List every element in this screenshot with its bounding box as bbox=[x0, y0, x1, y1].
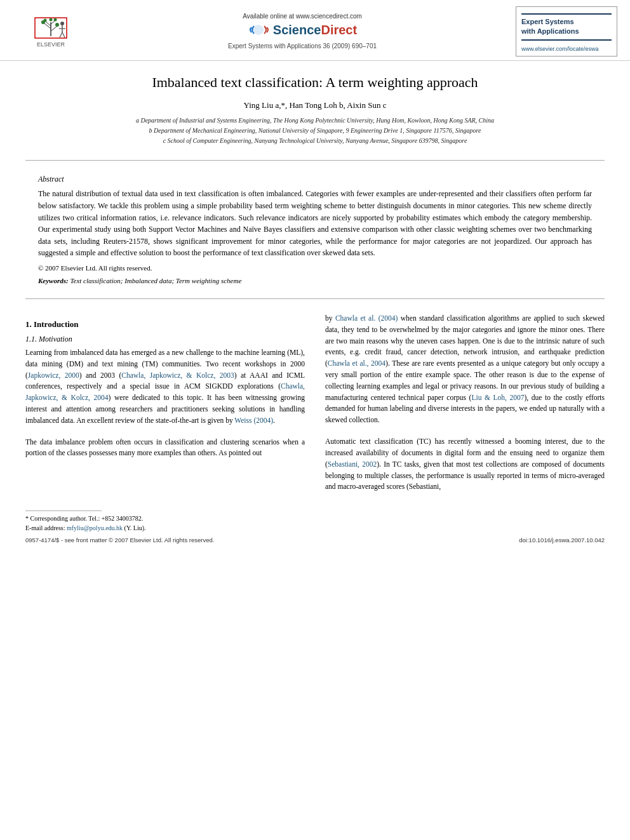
keywords-line: Keywords: Text classification; Imbalance… bbox=[38, 277, 592, 284]
page-header: ELSEVIER Available online at www.science… bbox=[0, 0, 630, 61]
elsevier-logo-area: ELSEVIER bbox=[13, 14, 89, 49]
elsevier-wordmark: ELSEVIER bbox=[37, 41, 65, 48]
affiliation-c: c School of Computer Engineering, Nanyan… bbox=[38, 136, 592, 146]
footnote-corresponding: * Corresponding author. Tel.: +852 34003… bbox=[25, 514, 605, 523]
footnotes-container: * Corresponding author. Tel.: +852 34003… bbox=[0, 510, 630, 533]
article-authors: Ying Liu a,*, Han Tong Loh b, Aixin Sun … bbox=[38, 100, 592, 110]
body-text-left-1: Learning from imbalanced data has emerge… bbox=[25, 347, 305, 427]
svg-line-3 bbox=[51, 26, 57, 31]
ref-liu-loh-2007[interactable]: Liu & Loh, 2007 bbox=[471, 394, 524, 401]
svg-line-15 bbox=[62, 32, 65, 37]
column-right: by Chawla et al. (2004) when standard cl… bbox=[315, 313, 605, 493]
article-body: 1. Introduction 1.1. Motivation Learning… bbox=[0, 307, 630, 505]
journal-title: Expert Systems with Applications bbox=[521, 17, 579, 37]
ref-japkowicz-2000[interactable]: Japkowicz, 2000 bbox=[28, 371, 79, 379]
svg-point-7 bbox=[55, 23, 59, 27]
ref-chawla-2004b[interactable]: Chawla et al., 2004 bbox=[328, 359, 385, 367]
column-left: 1. Introduction 1.1. Motivation Learning… bbox=[25, 313, 315, 493]
article-title: Imbalanced text classification: A term w… bbox=[38, 74, 592, 92]
footnote-divider bbox=[25, 510, 102, 511]
svg-point-10 bbox=[50, 18, 53, 22]
article-header: Imbalanced text classification: A term w… bbox=[0, 61, 630, 153]
header-divider bbox=[25, 160, 605, 161]
ref-sebastiani-2002[interactable]: Sebastiani, 2002 bbox=[328, 460, 377, 468]
ref-weiss-2004[interactable]: Weiss (2004) bbox=[234, 417, 273, 424]
sciencedirect-text: ScienceDirect bbox=[273, 23, 357, 37]
journal-citation: Expert Systems with Applications 36 (200… bbox=[228, 43, 377, 50]
svg-point-11 bbox=[60, 22, 64, 25]
keywords-label: Keywords: bbox=[38, 277, 69, 284]
affiliation-a: a Department of Industrial and Systems E… bbox=[38, 116, 592, 126]
footer-issn: 0957-4174/$ - see front matter © 2007 El… bbox=[25, 537, 214, 543]
abstract-text: The natural distribution of textual data… bbox=[38, 188, 592, 259]
section-1-heading: 1. Introduction bbox=[25, 319, 305, 330]
ref-chawla-2004-right[interactable]: Chawla et al. (2004) bbox=[335, 314, 398, 322]
svg-line-14 bbox=[60, 32, 62, 37]
journal-url: www.elsevier.com/locate/eswa bbox=[521, 46, 599, 52]
subsection-1-1-heading: 1.1. Motivation bbox=[25, 335, 305, 344]
copyright-line: © 2007 Elsevier Ltd. All rights reserved… bbox=[38, 264, 592, 272]
abstract-section: Abstract The natural distribution of tex… bbox=[0, 168, 630, 291]
svg-point-8 bbox=[44, 19, 47, 22]
abstract-divider bbox=[25, 298, 605, 299]
sciencedirect-area: Available online at www.sciencedirect.co… bbox=[89, 13, 516, 50]
ref-chawla-2003[interactable]: Chawla, Japkowicz, & Kolcz, 2003 bbox=[121, 371, 234, 379]
svg-line-5 bbox=[51, 21, 55, 24]
affiliation-b: b Department of Mechanical Engineering, … bbox=[38, 126, 592, 136]
available-online-text: Available online at www.sciencedirect.co… bbox=[243, 13, 362, 20]
page-footer: 0957-4174/$ - see front matter © 2007 El… bbox=[0, 533, 630, 547]
sciencedirect-logo: ScienceDirect bbox=[248, 22, 357, 37]
body-text-right-1: by Chawla et al. (2004) when standard cl… bbox=[325, 313, 605, 426]
elsevier-logo: ELSEVIER bbox=[25, 14, 76, 49]
keywords-values: Text classification; Imbalanced data; Te… bbox=[70, 277, 241, 284]
article-affiliations: a Department of Industrial and Systems E… bbox=[38, 116, 592, 146]
footer-doi: doi:10.1016/j.eswa.2007.10.042 bbox=[519, 537, 605, 543]
email-link[interactable]: mfyliu@polyu.edu.hk bbox=[67, 524, 123, 531]
ref-chawla-2004[interactable]: Chawla, Japkowicz, & Kolcz, 2004 bbox=[25, 382, 305, 401]
svg-point-9 bbox=[54, 18, 57, 22]
svg-line-2 bbox=[44, 23, 51, 29]
body-text-right-2: Automatic text classification (TC) has r… bbox=[325, 436, 605, 493]
body-text-left-2: The data imbalance problem often occurs … bbox=[25, 437, 305, 460]
abstract-heading: Abstract bbox=[38, 175, 592, 184]
journal-branding-box: Expert Systems with Applications www.els… bbox=[516, 6, 617, 57]
footnote-email: E-mail address: mfyliu@polyu.edu.hk (Y. … bbox=[25, 523, 605, 533]
